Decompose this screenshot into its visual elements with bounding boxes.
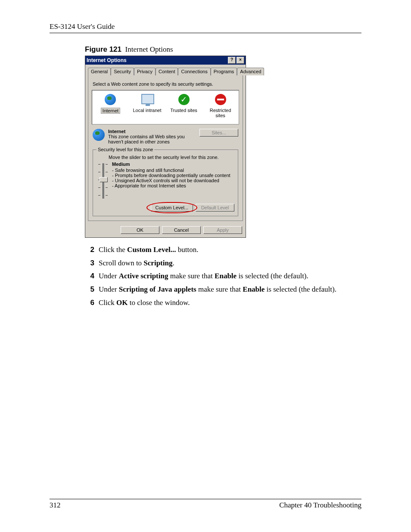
tab-programs[interactable]: Programs (211, 68, 237, 75)
apply-button[interactable]: Apply (203, 226, 242, 234)
zone-restricted-sites[interactable]: Restricted sites (205, 94, 236, 118)
security-legend: Security level for this zone (97, 147, 154, 152)
ok-button[interactable]: OK (121, 226, 159, 234)
step-number: 3 (84, 258, 94, 269)
internet-options-dialog: Internet Options ? × General Security Pr… (85, 56, 246, 238)
check-icon: ✓ (178, 94, 190, 105)
step-3: 3 Scroll down to Scripting. (84, 258, 361, 269)
level-bullet: - Prompts before downloading potentially… (112, 173, 230, 178)
slider-thumb[interactable] (100, 177, 108, 182)
cancel-button[interactable]: Cancel (162, 226, 201, 234)
zone-internet[interactable]: Internet (95, 94, 126, 114)
sites-button[interactable]: Sites... (199, 129, 238, 137)
tab-privacy[interactable]: Privacy (134, 68, 156, 75)
nosign-icon (215, 94, 226, 105)
level-bullet: - Safe browsing and still functional (112, 168, 230, 173)
security-level-group: Security level for this zone Move the sl… (93, 147, 238, 216)
level-bullet: - Appropriate for most Internet sites (112, 183, 230, 188)
zone-info-desc: This zone contains all Web sites you hav… (108, 134, 196, 144)
step-number: 4 (84, 271, 94, 282)
zone-info-title: Internet (108, 129, 196, 134)
step-number: 2 (84, 245, 94, 255)
help-button[interactable]: ? (228, 57, 236, 64)
level-bullet: - Unsigned ActiveX controls will not be … (112, 178, 230, 183)
level-name: Medium (112, 162, 230, 167)
zone-trusted-label: Trusted sites (170, 108, 197, 113)
figure-caption: Figure 121 Internet Options (85, 45, 361, 54)
level-description: Medium - Safe browsing and still functio… (112, 162, 230, 200)
zone-restricted-label: Restricted sites (210, 108, 231, 118)
dialog-button-row: OK Cancel Apply (85, 224, 246, 237)
figure-title: Internet Options (125, 45, 173, 53)
page-header: ES-3124 User's Guide (50, 22, 361, 33)
zone-trusted-sites[interactable]: ✓ Trusted sites (168, 94, 199, 113)
custom-level-highlight: Custom Level... (151, 204, 193, 212)
tab-advanced[interactable]: Advanced (237, 68, 264, 75)
custom-level-button[interactable]: Custom Level... (151, 204, 193, 212)
globe-icon (93, 129, 105, 141)
dialog-titlebar: Internet Options ? × (85, 56, 246, 65)
default-level-button[interactable]: Default Level (196, 204, 234, 212)
figure-label: Figure 121 (85, 45, 121, 53)
zone-instruction: Select a Web content zone to specify its… (93, 81, 238, 87)
tab-general[interactable]: General (88, 68, 111, 75)
globe-icon (105, 94, 116, 105)
tab-security[interactable]: Security (111, 68, 134, 75)
zone-local-intranet[interactable]: Local intranet (132, 94, 163, 113)
close-button[interactable]: × (237, 57, 244, 64)
instruction-steps: 2 Click the Custom Level... button. 3 Sc… (84, 245, 361, 308)
step-6: 6 Click OK to close the window. (84, 298, 361, 308)
step-2: 2 Click the Custom Level... button. (84, 245, 361, 255)
security-panel: Select a Web content zone to specify its… (88, 75, 243, 221)
monitor-icon (141, 94, 154, 104)
slider-hint: Move the slider to set the security leve… (109, 155, 234, 160)
step-number: 5 (84, 284, 94, 295)
zone-list: Internet Local intranet ✓ Trusted sites … (92, 90, 239, 124)
tab-content[interactable]: Content (156, 68, 178, 75)
step-4: 4 Under Active scripting make sure that … (84, 271, 361, 282)
zone-local-label: Local intranet (133, 108, 161, 113)
security-slider[interactable] (98, 162, 108, 200)
dialog-title: Internet Options (87, 57, 227, 63)
zone-internet-label: Internet (101, 108, 120, 114)
step-5: 5 Under Scripting of Java applets make s… (84, 284, 361, 295)
zone-description: Internet This zone contains all Web site… (93, 129, 238, 144)
step-number: 6 (84, 298, 94, 308)
dialog-tabs: General Security Privacy Content Connect… (85, 65, 246, 75)
tab-connections[interactable]: Connections (178, 68, 210, 75)
